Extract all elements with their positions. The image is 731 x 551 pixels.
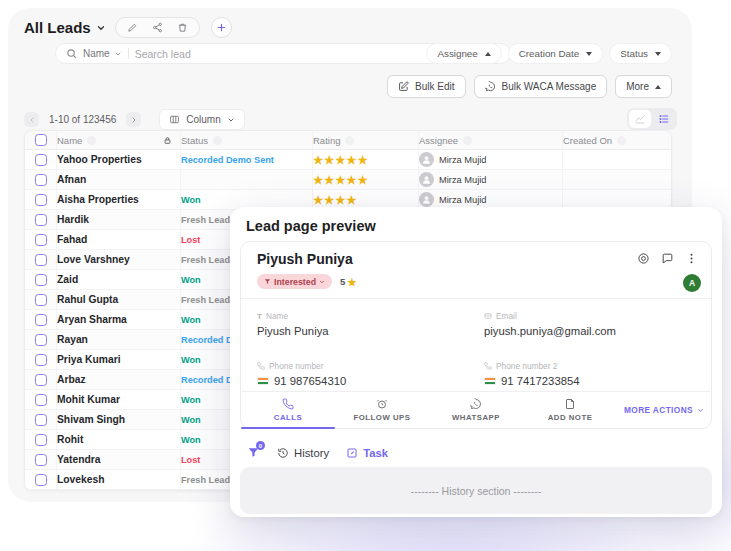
india-flag-icon xyxy=(484,377,496,385)
row-checkbox[interactable] xyxy=(35,234,47,246)
caret-up-icon xyxy=(655,85,661,89)
row-checkbox[interactable] xyxy=(35,334,47,346)
created-on-cell xyxy=(563,170,671,189)
lead-name: Rohit xyxy=(57,434,83,445)
add-view-button[interactable] xyxy=(211,17,232,38)
field-phone: Phone number 91 987654310 xyxy=(257,361,468,387)
created-on-cell xyxy=(563,150,671,169)
view-header: All Leads xyxy=(24,17,232,38)
column-header-rating[interactable]: Rating xyxy=(313,131,419,149)
filter-status[interactable]: Status xyxy=(609,43,672,64)
lead-name: Hardik xyxy=(57,214,89,225)
lead-status: Recorded Demo Sent xyxy=(181,155,274,165)
list-icon xyxy=(658,113,670,125)
more-actions-button[interactable]: MORE ACTIONS xyxy=(617,392,711,428)
activity-filter-button[interactable]: 0 xyxy=(247,446,260,459)
lead-card-header: Piyush Puniya Interested 5★ xyxy=(241,242,711,299)
lead-status: Lost xyxy=(181,235,200,245)
column-selector-button[interactable]: Column xyxy=(159,109,244,130)
sort-icon[interactable] xyxy=(213,136,222,145)
task-toggle[interactable]: Task xyxy=(346,447,388,459)
sort-icon[interactable] xyxy=(87,136,96,145)
search-field-selector[interactable]: Name xyxy=(83,48,122,59)
bulk-edit-button[interactable]: Bulk Edit xyxy=(387,75,465,98)
lead-name: Shivam Singh xyxy=(57,414,125,425)
lead-name: Fahad xyxy=(57,234,87,245)
assigned-user-avatar[interactable]: A xyxy=(683,274,701,292)
history-toggle[interactable]: History xyxy=(277,447,329,459)
row-checkbox[interactable] xyxy=(35,474,47,486)
page-prev-button[interactable] xyxy=(24,112,39,127)
row-checkbox[interactable] xyxy=(35,314,47,326)
phone-icon xyxy=(484,362,492,370)
row-checkbox[interactable] xyxy=(35,294,47,306)
target-icon[interactable] xyxy=(637,252,650,265)
row-checkbox[interactable] xyxy=(35,214,47,226)
lead-status: Fresh Lead xyxy=(181,475,230,485)
table-row[interactable]: Afnan ★★★★★ Mirza Mujid xyxy=(25,170,671,190)
column-header-assignee[interactable]: Assignee xyxy=(419,131,563,149)
filter-creation-date[interactable]: Creation Date xyxy=(508,43,603,64)
select-all-checkbox[interactable] xyxy=(35,134,47,146)
bulk-actions-row: Bulk Edit Bulk WACA Message More xyxy=(387,75,672,98)
lead-stage-pill[interactable]: Interested xyxy=(257,274,332,289)
assignee-avatar xyxy=(419,152,434,167)
row-checkbox[interactable] xyxy=(35,354,47,366)
row-checkbox[interactable] xyxy=(35,374,47,386)
search-icon xyxy=(66,48,77,59)
lead-full-name: Piyush Puniya xyxy=(257,251,353,267)
lead-rating-value: 5★ xyxy=(340,276,357,288)
filter-assignee[interactable]: Assignee xyxy=(426,43,501,64)
edit-view-icon[interactable] xyxy=(127,22,138,33)
envelope-icon xyxy=(484,312,492,320)
share-view-icon[interactable] xyxy=(152,22,163,33)
tab-calls[interactable]: CALLS xyxy=(241,392,335,428)
chart-view-button[interactable] xyxy=(629,110,651,128)
lead-name: Love Varshney xyxy=(57,254,130,265)
columns-icon xyxy=(169,114,180,125)
assignee-name: Mirza Mujid xyxy=(439,195,487,205)
column-header-status[interactable]: Status xyxy=(181,131,313,149)
lead-status: Won xyxy=(181,275,201,285)
row-checkbox[interactable] xyxy=(35,414,47,426)
kebab-menu-icon[interactable] xyxy=(685,252,698,265)
list-view-button[interactable] xyxy=(653,110,675,128)
lead-name: Lovekesh xyxy=(57,474,105,485)
lead-status: Won xyxy=(181,195,201,205)
tab-whatsapp[interactable]: WHATSAPP xyxy=(429,392,523,428)
sort-icon[interactable] xyxy=(463,136,472,145)
delete-view-icon[interactable] xyxy=(177,22,188,33)
chevron-down-icon xyxy=(319,279,325,285)
table-row[interactable]: Yahoo Properties Recorded Demo Sent ★★★★… xyxy=(25,150,671,170)
tab-follow-ups[interactable]: FOLLOW UPS xyxy=(335,392,429,428)
column-header-name[interactable]: Name xyxy=(57,131,181,149)
table-header-row: Name Status Rating Assignee Created On xyxy=(25,131,671,150)
more-button[interactable]: More xyxy=(615,75,672,98)
filter-count-badge: 0 xyxy=(256,441,265,450)
chevron-down-icon xyxy=(96,23,106,33)
row-checkbox[interactable] xyxy=(35,454,47,466)
row-checkbox[interactable] xyxy=(35,274,47,286)
row-checkbox[interactable] xyxy=(35,254,47,266)
bulk-waca-message-button[interactable]: Bulk WACA Message xyxy=(474,75,608,98)
note-icon xyxy=(564,398,576,410)
lead-status: Lost xyxy=(181,455,200,465)
field-phone2-value: 91 7417233854 xyxy=(501,375,580,387)
pagination-range: 1-10 of 123456 xyxy=(49,114,116,125)
text-icon: T xyxy=(257,312,262,321)
row-checkbox[interactable] xyxy=(35,434,47,446)
lead-name: Afnan xyxy=(57,174,86,185)
row-checkbox[interactable] xyxy=(35,194,47,206)
column-header-created-on[interactable]: Created On xyxy=(563,131,671,149)
chat-icon[interactable] xyxy=(661,252,674,265)
view-selector[interactable]: All Leads xyxy=(24,19,106,36)
tab-add-note[interactable]: ADD NOTE xyxy=(523,392,617,428)
row-checkbox[interactable] xyxy=(35,394,47,406)
lead-name: Arbaz xyxy=(57,374,86,385)
row-checkbox[interactable] xyxy=(35,154,47,166)
row-checkbox[interactable] xyxy=(35,174,47,186)
page-next-button[interactable] xyxy=(126,112,141,127)
caret-down-icon xyxy=(655,52,661,56)
sort-icon[interactable] xyxy=(617,136,626,145)
sort-icon[interactable] xyxy=(345,136,354,145)
